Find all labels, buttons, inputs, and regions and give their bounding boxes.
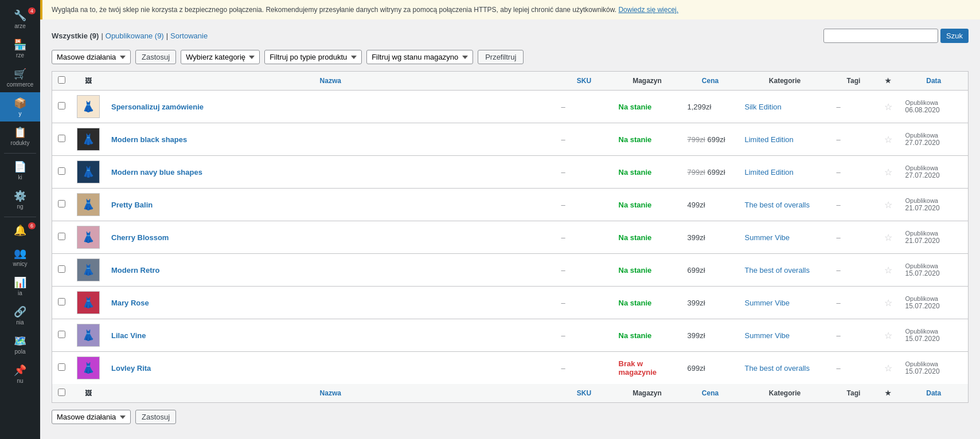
filter-published-link[interactable]: Opublikowane (9) [106, 32, 164, 40]
product-star-icon[interactable]: ☆ [884, 265, 892, 275]
product-tags: – [831, 156, 877, 189]
product-star-icon[interactable]: ☆ [884, 298, 892, 308]
product-name-link[interactable]: Modern Retro [111, 266, 160, 275]
footer-checkbox-cell [52, 384, 72, 403]
product-tags: – [831, 123, 877, 156]
sidebar-item-users[interactable]: 👥 wnicy [0, 242, 40, 272]
pin-icon: 📌 [14, 364, 26, 377]
product-price: 399zł [682, 319, 739, 352]
row-checkbox[interactable] [58, 233, 65, 240]
sidebar-item-pages[interactable]: 📄 ki [0, 156, 40, 185]
category-link[interactable]: The best of overalls [745, 201, 810, 209]
product-sku: – [556, 156, 613, 189]
row-checkbox[interactable] [58, 167, 65, 175]
header-date[interactable]: Data [900, 72, 969, 91]
product-star-icon[interactable]: ☆ [884, 135, 892, 144]
product-name-link[interactable]: Modern black shapes [111, 135, 187, 144]
store-icon: 🏪 [14, 38, 26, 51]
product-name-link[interactable]: Lovley Rita [111, 364, 151, 373]
search-input[interactable] [823, 29, 938, 43]
filter-all-link[interactable]: Wszystkie (9) [52, 32, 99, 40]
content-area: Wszystkie (9) | Opublikowane (9) | Sorto… [40, 19, 980, 439]
filter-sort-link[interactable]: Sortowanie [170, 32, 208, 40]
stock-select[interactable]: Filtruj wg stanu magazyno [366, 50, 473, 64]
product-star-icon[interactable]: ☆ [884, 331, 892, 340]
sidebar-item-links[interactable]: 🔗 nia [0, 301, 40, 330]
row-checkbox[interactable] [58, 363, 65, 371]
sidebar-item-map[interactable]: 🗺️ pola [0, 330, 40, 359]
category-link[interactable]: Summer Vibe [745, 299, 790, 307]
product-name-link[interactable]: Pretty Balin [111, 201, 153, 209]
header-name[interactable]: Nazwa [106, 72, 556, 91]
header-sku[interactable]: SKU [556, 72, 613, 91]
sidebar-item-settings[interactable]: ⚙️ ng [0, 185, 40, 214]
product-name-link[interactable]: Lilac Vine [111, 331, 146, 340]
product-name-link[interactable]: Modern navy blue shapes [111, 168, 202, 177]
product-thumbnail: 👗 [77, 128, 100, 151]
product-stock: Brak w magazynie [613, 352, 682, 385]
sidebar-item-products[interactable]: 📦 y [0, 92, 40, 121]
sidebar-item-label: ki [18, 174, 22, 181]
sidebar-item-store[interactable]: 🏪 rze [0, 34, 40, 63]
category-select[interactable]: Wybierz kategorię [181, 50, 260, 64]
bottom-apply-button[interactable]: Zastosuj [135, 410, 176, 424]
product-category: Silk Edition [739, 91, 831, 123]
product-date: Opublikowa15.07.2020 [900, 254, 969, 287]
category-link[interactable]: The best of overalls [745, 364, 810, 373]
select-all-checkbox[interactable] [58, 76, 65, 84]
product-star-cell: ☆ [877, 221, 900, 254]
footer-tags: Tagi [831, 384, 877, 403]
category-link[interactable]: Limited Edition [745, 168, 794, 177]
notice-link[interactable]: Dowiedz się więcej. [618, 6, 678, 14]
header-star: ★ [877, 72, 900, 91]
sidebar-item-analytics[interactable]: 📊 ia [0, 272, 40, 301]
footer-name[interactable]: Nazwa [106, 384, 556, 403]
filter-sep-2: | [166, 32, 168, 40]
product-type-select[interactable]: Filtruj po typie produktu [264, 50, 362, 64]
product-star-icon[interactable]: ☆ [884, 363, 892, 373]
product-star-icon[interactable]: ☆ [884, 200, 892, 210]
row-checkbox[interactable] [58, 135, 65, 142]
row-checkbox[interactable] [58, 200, 65, 207]
row-checkbox[interactable] [58, 265, 65, 273]
product-name-link[interactable]: Cherry Blossom [111, 233, 169, 242]
page-header: Wszystkie (9) | Opublikowane (9) | Sorto… [52, 29, 969, 43]
sidebar-item-products2[interactable]: 📋 rodukty [0, 121, 40, 151]
image-header-icon: 🖼 [85, 77, 92, 85]
sidebar-divider-1 [4, 153, 36, 154]
bulk-actions-select[interactable]: Masowe działania Usuń [52, 50, 131, 64]
sidebar-item-notifications[interactable]: 🔔 6 [0, 220, 40, 242]
footer-sku[interactable]: SKU [556, 384, 613, 403]
select-all-footer-checkbox[interactable] [58, 389, 65, 396]
apply-button[interactable]: Zastosuj [135, 50, 176, 64]
product-star-icon[interactable]: ☆ [884, 233, 892, 242]
footer-price[interactable]: Cena [682, 384, 739, 403]
row-checkbox[interactable] [58, 331, 65, 338]
sidebar-item-pin[interactable]: 📌 nu [0, 359, 40, 389]
bottom-bulk-actions-select[interactable]: Masowe działania Usuń [52, 410, 131, 424]
product-name-link[interactable]: Spersonalizuj zamówienie [111, 103, 204, 111]
filter-button[interactable]: Przefiltruj [478, 50, 524, 64]
search-button[interactable]: Szuk [940, 29, 969, 43]
product-star-icon[interactable]: ☆ [884, 167, 892, 177]
category-link[interactable]: Summer Vibe [745, 233, 790, 242]
footer-date[interactable]: Data [900, 384, 969, 403]
row-checkbox[interactable] [58, 102, 65, 109]
products-table: 🖼 Nazwa SKU Magazyn Cena [52, 71, 969, 403]
header-price[interactable]: Cena [682, 72, 739, 91]
header-image-cell: 🖼 [71, 72, 106, 91]
sidebar-item-wcommerce[interactable]: 🛒 commerce [0, 63, 40, 92]
sidebar-item-label: rze [16, 52, 24, 58]
category-link[interactable]: The best of overalls [745, 266, 810, 275]
product-price: 1,299zł [682, 91, 739, 123]
row-checkbox[interactable] [58, 298, 65, 305]
products2-icon: 📋 [14, 126, 26, 139]
category-link[interactable]: Limited Edition [745, 135, 794, 144]
image-footer-icon: 🖼 [85, 389, 92, 397]
product-price: 399zł [682, 287, 739, 319]
category-link[interactable]: Silk Edition [745, 103, 782, 111]
product-name-link[interactable]: Mary Rose [111, 299, 149, 307]
sidebar-item-tools[interactable]: 🔧 arze 4 [0, 5, 40, 34]
category-link[interactable]: Summer Vibe [745, 331, 790, 340]
product-star-icon[interactable]: ☆ [884, 102, 892, 112]
